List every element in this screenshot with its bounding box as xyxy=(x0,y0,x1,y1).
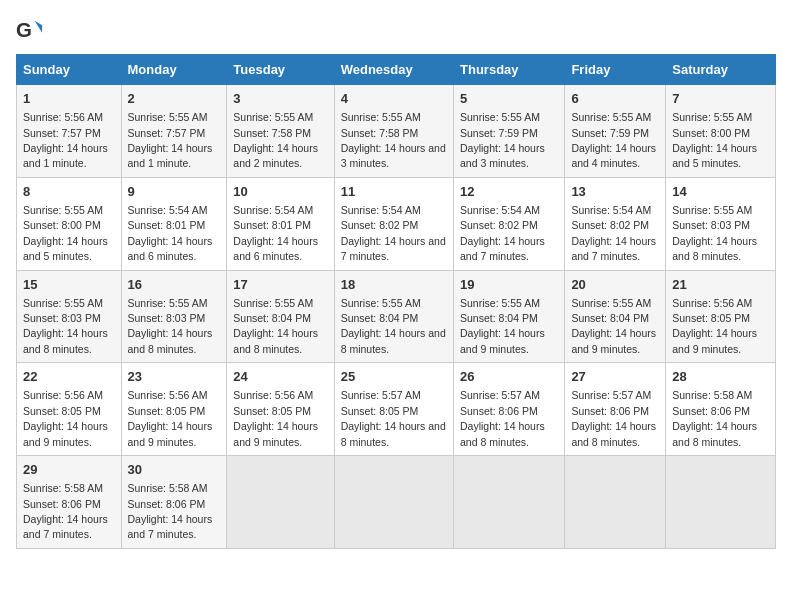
day-cell-1: 1 Sunrise: 5:56 AMSunset: 7:57 PMDayligh… xyxy=(17,85,122,178)
svg-text:G: G xyxy=(16,18,32,41)
day-cell-21: 21 Sunrise: 5:56 AMSunset: 8:05 PMDaylig… xyxy=(666,270,776,363)
day-number: 3 xyxy=(233,90,327,108)
day-cell-9: 9 Sunrise: 5:54 AMSunset: 8:01 PMDayligh… xyxy=(121,177,227,270)
day-info: Sunrise: 5:55 AMSunset: 8:04 PMDaylight:… xyxy=(233,297,318,355)
day-number: 28 xyxy=(672,368,769,386)
day-info: Sunrise: 5:55 AMSunset: 7:57 PMDaylight:… xyxy=(128,111,213,169)
logo: G xyxy=(16,16,46,44)
empty-cell xyxy=(666,456,776,549)
col-header-saturday: Saturday xyxy=(666,55,776,85)
day-cell-27: 27 Sunrise: 5:57 AMSunset: 8:06 PMDaylig… xyxy=(565,363,666,456)
day-info: Sunrise: 5:54 AMSunset: 8:02 PMDaylight:… xyxy=(460,204,545,262)
day-info: Sunrise: 5:55 AMSunset: 8:00 PMDaylight:… xyxy=(23,204,108,262)
day-info: Sunrise: 5:58 AMSunset: 8:06 PMDaylight:… xyxy=(672,389,757,447)
day-info: Sunrise: 5:54 AMSunset: 8:01 PMDaylight:… xyxy=(128,204,213,262)
day-info: Sunrise: 5:55 AMSunset: 8:04 PMDaylight:… xyxy=(571,297,656,355)
day-cell-15: 15 Sunrise: 5:55 AMSunset: 8:03 PMDaylig… xyxy=(17,270,122,363)
day-info: Sunrise: 5:54 AMSunset: 8:02 PMDaylight:… xyxy=(571,204,656,262)
day-number: 17 xyxy=(233,276,327,294)
day-info: Sunrise: 5:54 AMSunset: 8:02 PMDaylight:… xyxy=(341,204,446,262)
day-info: Sunrise: 5:56 AMSunset: 8:05 PMDaylight:… xyxy=(23,389,108,447)
day-cell-4: 4 Sunrise: 5:55 AMSunset: 7:58 PMDayligh… xyxy=(334,85,453,178)
day-cell-18: 18 Sunrise: 5:55 AMSunset: 8:04 PMDaylig… xyxy=(334,270,453,363)
day-number: 16 xyxy=(128,276,221,294)
day-cell-16: 16 Sunrise: 5:55 AMSunset: 8:03 PMDaylig… xyxy=(121,270,227,363)
day-cell-7: 7 Sunrise: 5:55 AMSunset: 8:00 PMDayligh… xyxy=(666,85,776,178)
day-cell-29: 29 Sunrise: 5:58 AMSunset: 8:06 PMDaylig… xyxy=(17,456,122,549)
col-header-friday: Friday xyxy=(565,55,666,85)
day-info: Sunrise: 5:58 AMSunset: 8:06 PMDaylight:… xyxy=(23,482,108,540)
week-row-2: 8 Sunrise: 5:55 AMSunset: 8:00 PMDayligh… xyxy=(17,177,776,270)
day-number: 23 xyxy=(128,368,221,386)
col-header-monday: Monday xyxy=(121,55,227,85)
empty-cell xyxy=(227,456,334,549)
week-row-1: 1 Sunrise: 5:56 AMSunset: 7:57 PMDayligh… xyxy=(17,85,776,178)
day-info: Sunrise: 5:56 AMSunset: 7:57 PMDaylight:… xyxy=(23,111,108,169)
day-number: 21 xyxy=(672,276,769,294)
day-cell-10: 10 Sunrise: 5:54 AMSunset: 8:01 PMDaylig… xyxy=(227,177,334,270)
day-cell-3: 3 Sunrise: 5:55 AMSunset: 7:58 PMDayligh… xyxy=(227,85,334,178)
day-cell-24: 24 Sunrise: 5:56 AMSunset: 8:05 PMDaylig… xyxy=(227,363,334,456)
day-info: Sunrise: 5:57 AMSunset: 8:06 PMDaylight:… xyxy=(460,389,545,447)
day-info: Sunrise: 5:55 AMSunset: 8:03 PMDaylight:… xyxy=(672,204,757,262)
day-cell-25: 25 Sunrise: 5:57 AMSunset: 8:05 PMDaylig… xyxy=(334,363,453,456)
week-row-3: 15 Sunrise: 5:55 AMSunset: 8:03 PMDaylig… xyxy=(17,270,776,363)
header-row: SundayMondayTuesdayWednesdayThursdayFrid… xyxy=(17,55,776,85)
logo-icon: G xyxy=(16,16,44,44)
day-cell-30: 30 Sunrise: 5:58 AMSunset: 8:06 PMDaylig… xyxy=(121,456,227,549)
day-info: Sunrise: 5:55 AMSunset: 7:58 PMDaylight:… xyxy=(233,111,318,169)
day-number: 11 xyxy=(341,183,447,201)
svg-marker-1 xyxy=(35,21,42,33)
day-cell-20: 20 Sunrise: 5:55 AMSunset: 8:04 PMDaylig… xyxy=(565,270,666,363)
empty-cell xyxy=(334,456,453,549)
day-number: 24 xyxy=(233,368,327,386)
day-cell-17: 17 Sunrise: 5:55 AMSunset: 8:04 PMDaylig… xyxy=(227,270,334,363)
day-number: 6 xyxy=(571,90,659,108)
day-cell-23: 23 Sunrise: 5:56 AMSunset: 8:05 PMDaylig… xyxy=(121,363,227,456)
day-cell-8: 8 Sunrise: 5:55 AMSunset: 8:00 PMDayligh… xyxy=(17,177,122,270)
day-number: 7 xyxy=(672,90,769,108)
day-number: 14 xyxy=(672,183,769,201)
day-number: 13 xyxy=(571,183,659,201)
day-cell-28: 28 Sunrise: 5:58 AMSunset: 8:06 PMDaylig… xyxy=(666,363,776,456)
day-number: 2 xyxy=(128,90,221,108)
calendar-table: SundayMondayTuesdayWednesdayThursdayFrid… xyxy=(16,54,776,549)
day-number: 5 xyxy=(460,90,558,108)
day-info: Sunrise: 5:57 AMSunset: 8:06 PMDaylight:… xyxy=(571,389,656,447)
day-number: 29 xyxy=(23,461,115,479)
empty-cell xyxy=(565,456,666,549)
day-number: 8 xyxy=(23,183,115,201)
day-number: 27 xyxy=(571,368,659,386)
day-number: 19 xyxy=(460,276,558,294)
day-number: 9 xyxy=(128,183,221,201)
day-cell-14: 14 Sunrise: 5:55 AMSunset: 8:03 PMDaylig… xyxy=(666,177,776,270)
day-number: 4 xyxy=(341,90,447,108)
day-info: Sunrise: 5:56 AMSunset: 8:05 PMDaylight:… xyxy=(672,297,757,355)
day-cell-26: 26 Sunrise: 5:57 AMSunset: 8:06 PMDaylig… xyxy=(454,363,565,456)
day-info: Sunrise: 5:56 AMSunset: 8:05 PMDaylight:… xyxy=(233,389,318,447)
week-row-5: 29 Sunrise: 5:58 AMSunset: 8:06 PMDaylig… xyxy=(17,456,776,549)
day-info: Sunrise: 5:56 AMSunset: 8:05 PMDaylight:… xyxy=(128,389,213,447)
day-info: Sunrise: 5:54 AMSunset: 8:01 PMDaylight:… xyxy=(233,204,318,262)
day-cell-22: 22 Sunrise: 5:56 AMSunset: 8:05 PMDaylig… xyxy=(17,363,122,456)
col-header-tuesday: Tuesday xyxy=(227,55,334,85)
day-cell-13: 13 Sunrise: 5:54 AMSunset: 8:02 PMDaylig… xyxy=(565,177,666,270)
day-info: Sunrise: 5:55 AMSunset: 8:03 PMDaylight:… xyxy=(128,297,213,355)
day-number: 18 xyxy=(341,276,447,294)
day-cell-11: 11 Sunrise: 5:54 AMSunset: 8:02 PMDaylig… xyxy=(334,177,453,270)
day-info: Sunrise: 5:55 AMSunset: 8:04 PMDaylight:… xyxy=(460,297,545,355)
day-number: 15 xyxy=(23,276,115,294)
day-cell-5: 5 Sunrise: 5:55 AMSunset: 7:59 PMDayligh… xyxy=(454,85,565,178)
page-header: G xyxy=(16,16,776,44)
day-cell-6: 6 Sunrise: 5:55 AMSunset: 7:59 PMDayligh… xyxy=(565,85,666,178)
day-number: 26 xyxy=(460,368,558,386)
week-row-4: 22 Sunrise: 5:56 AMSunset: 8:05 PMDaylig… xyxy=(17,363,776,456)
col-header-thursday: Thursday xyxy=(454,55,565,85)
day-info: Sunrise: 5:55 AMSunset: 8:03 PMDaylight:… xyxy=(23,297,108,355)
empty-cell xyxy=(454,456,565,549)
day-info: Sunrise: 5:55 AMSunset: 7:59 PMDaylight:… xyxy=(460,111,545,169)
day-number: 20 xyxy=(571,276,659,294)
day-cell-19: 19 Sunrise: 5:55 AMSunset: 8:04 PMDaylig… xyxy=(454,270,565,363)
day-number: 22 xyxy=(23,368,115,386)
day-info: Sunrise: 5:55 AMSunset: 7:58 PMDaylight:… xyxy=(341,111,446,169)
